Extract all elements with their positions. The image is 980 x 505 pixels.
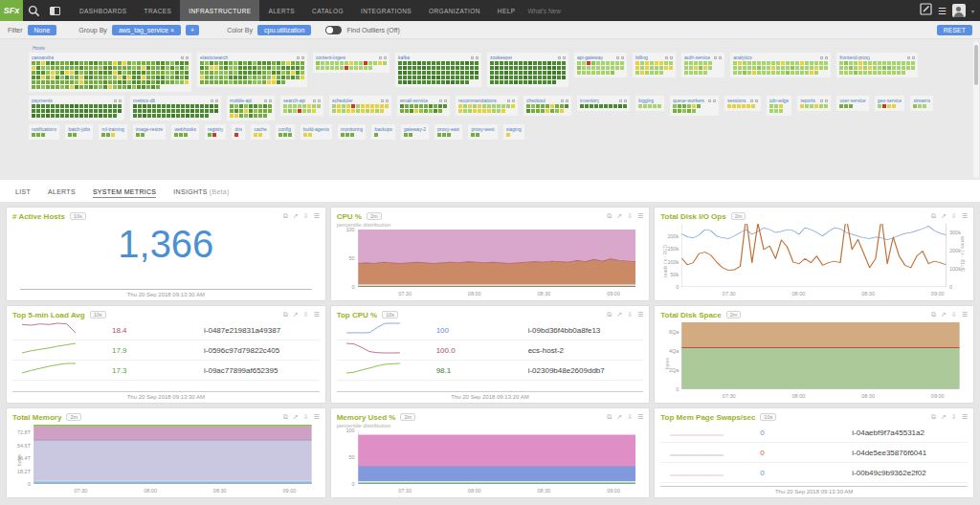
host-cell[interactable] [60, 85, 64, 89]
host-cell[interactable] [673, 109, 677, 113]
host-cell[interactable] [604, 104, 608, 108]
group-action-icons[interactable] [714, 56, 722, 59]
host-cell[interactable] [403, 71, 407, 75]
host-cell[interactable] [224, 66, 228, 70]
group-zoom-icon[interactable] [750, 99, 753, 102]
host-cell[interactable] [364, 66, 368, 70]
host-cell[interactable] [258, 109, 262, 113]
host-cell[interactable] [175, 66, 179, 70]
host-cell[interactable] [555, 104, 559, 108]
host-cell[interactable] [523, 71, 527, 75]
group-expand-icon[interactable] [318, 99, 321, 102]
host-cell[interactable] [565, 104, 568, 108]
host-cell[interactable] [200, 80, 204, 84]
host-cell[interactable] [51, 61, 55, 65]
host-cell[interactable] [361, 109, 365, 113]
host-cell[interactable] [781, 71, 785, 75]
heatmap-group-zookeeper[interactable]: zookeeper [487, 53, 568, 87]
group-zoom-icon[interactable] [181, 56, 184, 59]
host-cell[interactable] [151, 71, 155, 75]
host-cell[interactable] [291, 61, 295, 65]
group-action-icons[interactable] [114, 99, 122, 102]
host-cell[interactable] [99, 85, 102, 89]
host-cell[interactable] [133, 114, 137, 118]
host-cell[interactable] [118, 80, 122, 84]
host-cell[interactable] [747, 61, 751, 65]
host-cell[interactable] [60, 66, 64, 70]
host-name[interactable]: i-00b49c9b9362e2f02 [819, 469, 925, 477]
host-cell[interactable] [468, 104, 472, 108]
host-cell[interactable] [849, 71, 853, 75]
host-cell[interactable] [185, 61, 189, 65]
group-action-icons[interactable] [619, 99, 627, 102]
host-cell[interactable] [523, 66, 527, 70]
host-cell[interactable] [253, 71, 256, 75]
host-cell[interactable] [127, 76, 131, 79]
host-cell[interactable] [200, 66, 204, 70]
host-cell[interactable] [814, 71, 818, 75]
host-cell[interactable] [176, 109, 180, 113]
chevron-down-icon[interactable]: ▾ [971, 8, 974, 14]
group-expand-icon[interactable] [566, 99, 568, 102]
host-cell[interactable] [742, 104, 746, 108]
host-cell[interactable] [854, 66, 858, 70]
chart-menu-icon[interactable]: ☰ [962, 212, 968, 220]
host-cell[interactable] [436, 61, 440, 65]
host-cell[interactable] [373, 61, 377, 65]
host-cell[interactable] [94, 85, 98, 89]
copy-icon[interactable]: ⧉ [607, 212, 612, 220]
host-cell[interactable] [200, 76, 204, 79]
host-cell[interactable] [113, 85, 117, 89]
host-cell[interactable] [398, 61, 402, 65]
host-cell[interactable] [89, 85, 93, 89]
host-cell[interactable] [141, 133, 145, 137]
host-cell[interactable] [684, 71, 688, 75]
host-cell[interactable] [84, 76, 88, 79]
group-zoom-icon[interactable] [561, 99, 564, 102]
host-cell[interactable] [79, 66, 83, 70]
host-cell[interactable] [84, 109, 88, 113]
host-cell[interactable] [913, 104, 917, 108]
host-cell[interactable] [738, 71, 742, 75]
host-cell[interactable] [234, 109, 238, 113]
host-cell[interactable] [751, 104, 755, 108]
group-zoom-icon[interactable] [558, 56, 561, 59]
host-cell[interactable] [56, 71, 59, 75]
host-cell[interactable] [180, 71, 184, 75]
host-cell[interactable] [138, 114, 142, 118]
host-cell[interactable] [451, 76, 455, 79]
heatmap-group-batch-jobs[interactable]: batch-jobs [65, 124, 93, 140]
host-cell[interactable] [897, 66, 901, 70]
host-cell[interactable] [733, 71, 737, 75]
host-cell[interactable] [585, 104, 589, 108]
host-cell[interactable] [254, 104, 257, 108]
host-cell[interactable] [380, 104, 384, 108]
host-cell[interactable] [186, 109, 189, 113]
host-cell[interactable] [424, 104, 428, 108]
heatmap-group-logging[interactable]: logging [635, 96, 664, 111]
host-cell[interactable] [478, 109, 481, 113]
host-cell[interactable] [32, 133, 35, 137]
host-cell[interactable] [99, 66, 102, 70]
heatmap-group-inventory[interactable]: inventory [577, 96, 630, 111]
host-cell[interactable] [170, 66, 174, 70]
host-cell[interactable] [398, 71, 402, 75]
host-cell[interactable] [519, 76, 523, 79]
host-cell[interactable] [451, 66, 455, 70]
host-cell[interactable] [51, 76, 55, 79]
host-cell[interactable] [332, 109, 336, 113]
host-cell[interactable] [368, 61, 372, 65]
host-cell[interactable] [422, 71, 426, 75]
host-cell[interactable] [186, 114, 189, 118]
host-cell[interactable] [689, 71, 693, 75]
host-cell[interactable] [65, 71, 69, 75]
host-cell[interactable] [526, 109, 530, 113]
host-cell[interactable] [51, 66, 55, 70]
host-name[interactable]: i-09bd36f4bb0a8fe13 [496, 326, 601, 335]
host-cell[interactable] [127, 71, 131, 75]
host-cell[interactable] [887, 66, 891, 70]
host-cell[interactable] [254, 133, 257, 137]
host-cell[interactable] [552, 66, 556, 70]
nav-item-infrastructure[interactable]: INFRASTRUCTURE [180, 0, 259, 21]
host-cell[interactable] [427, 61, 431, 65]
